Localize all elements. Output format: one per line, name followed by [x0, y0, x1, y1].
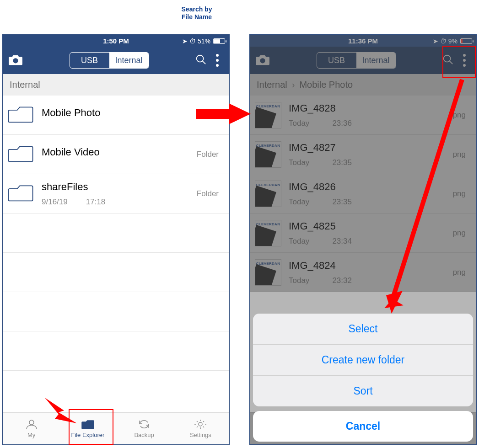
svg-line-4 [203, 61, 206, 64]
tab-settings[interactable]: Settings [172, 413, 229, 444]
toggle-internal[interactable]: Internal [109, 53, 149, 68]
item-title: shareFiles [42, 181, 222, 193]
svg-marker-12 [196, 103, 251, 124]
list-item[interactable]: shareFiles 9/16/1917:18 Folder [3, 174, 229, 213]
list-item [3, 213, 229, 253]
action-sheet: Select Create new folder Sort Cancel [253, 314, 473, 442]
status-right: ➤ ⏱ 51% [182, 37, 225, 45]
item-title: Mobile Video [42, 146, 222, 158]
arrow-pointer-icon [45, 398, 77, 423]
phone-left: 1:50 PM ➤ ⏱ 51% USB Internal Internal Mo… [2, 34, 230, 445]
list-item[interactable]: Mobile Photo Folder [3, 96, 229, 135]
annotation-search-label: Search by File Name [169, 5, 224, 21]
location-icon: ➤ [182, 37, 188, 45]
folder-icon [8, 144, 33, 165]
file-list: Mobile Photo Folder Mobile Video Folder … [3, 96, 229, 371]
status-time: 1:50 PM [103, 37, 129, 45]
list-item [3, 331, 229, 371]
tab-backup[interactable]: Backup [116, 413, 172, 444]
sheet-create-folder[interactable]: Create new folder [253, 345, 473, 376]
search-icon[interactable] [195, 53, 207, 67]
svg-point-5 [29, 420, 34, 425]
sheet-select[interactable]: Select [253, 314, 473, 345]
svg-marker-13 [45, 398, 77, 423]
sheet-sort[interactable]: Sort [253, 376, 473, 406]
tab-bar: My File Explorer Backup Settings [3, 412, 229, 444]
svg-line-14 [393, 80, 462, 299]
folder-icon [8, 183, 33, 205]
list-item [3, 253, 229, 292]
item-title: Mobile Photo [42, 107, 222, 119]
item-type: Folder [197, 189, 219, 198]
folder-icon [8, 104, 33, 126]
storage-toggle: USB Internal [70, 52, 149, 69]
battery-icon [213, 38, 225, 44]
item-type: Folder [197, 150, 219, 159]
list-item[interactable]: Mobile Video Folder [3, 135, 229, 174]
nav-bar: USB Internal [3, 47, 229, 74]
status-bar: 1:50 PM ➤ ⏱ 51% [3, 35, 229, 47]
item-time: 17:18 [86, 197, 106, 207]
arrow-right-icon [196, 103, 251, 124]
more-icon[interactable] [210, 51, 224, 69]
item-date: 9/16/19 [42, 197, 68, 207]
breadcrumb: Internal [3, 74, 229, 96]
toggle-usb[interactable]: USB [70, 53, 109, 68]
svg-point-6 [199, 422, 202, 426]
svg-point-3 [197, 55, 204, 62]
arrow-diagonal-icon [378, 77, 474, 315]
sheet-cancel[interactable]: Cancel [253, 411, 473, 442]
svg-marker-16 [386, 291, 403, 314]
battery-pct: 51% [198, 37, 210, 45]
svg-point-2 [13, 58, 18, 63]
list-item [3, 292, 229, 331]
alarm-icon: ⏱ [189, 37, 196, 45]
camera-icon[interactable] [8, 53, 23, 68]
